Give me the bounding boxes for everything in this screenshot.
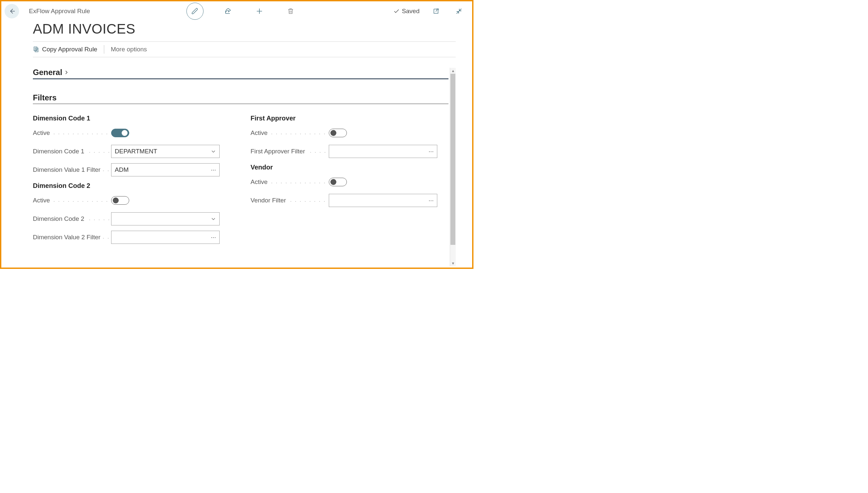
collapse-button[interactable]: [452, 5, 465, 18]
action-divider: [104, 45, 104, 53]
first-approver-filter-label: First Approver Filter: [251, 148, 329, 155]
copy-rule-action[interactable]: Copy Approval Rule: [33, 46, 97, 53]
new-button[interactable]: [253, 5, 266, 18]
chevron-down-icon: [211, 149, 216, 154]
vendor-group-title: Vendor: [251, 164, 449, 171]
filters-grid: Dimension Code 1 Active Dimension Code 1…: [33, 112, 449, 250]
share-button[interactable]: [222, 5, 235, 18]
vendor-active-toggle[interactable]: [329, 178, 347, 186]
dim2-active-row: Active: [33, 194, 231, 207]
first-approver-active-row: Active: [251, 127, 449, 139]
filters-label: Filters: [33, 93, 56, 102]
popout-icon: [432, 7, 440, 15]
collapse-icon: [455, 7, 463, 15]
dim1-active-row: Active: [33, 127, 231, 139]
dim2-group-title: Dimension Code 2: [33, 182, 231, 190]
dim2-active-label: Active: [33, 197, 111, 204]
page-header: ExFlow Approval Rule Saved: [1, 1, 472, 18]
first-approver-active-toggle[interactable]: [329, 129, 347, 137]
plus-icon: [255, 7, 264, 15]
share-icon: [224, 7, 232, 15]
dim1-filter-row: Dimension Value 1 Filter ADM ···: [33, 164, 231, 176]
pencil-icon: [191, 7, 199, 15]
ellipsis-icon: ···: [428, 148, 434, 155]
dim1-code-row: Dimension Code 1 DEPARTMENT: [33, 145, 231, 158]
breadcrumb: ExFlow Approval Rule: [29, 7, 90, 15]
filters-section-header[interactable]: Filters: [33, 93, 449, 104]
scrollbar-thumb[interactable]: [451, 74, 455, 245]
vendor-active-label: Active: [251, 178, 329, 186]
dim1-code-select[interactable]: DEPARTMENT: [111, 145, 220, 158]
first-approver-filter-row: First Approver Filter ···: [251, 145, 449, 158]
general-label: General: [33, 68, 62, 77]
filters-left-column: Dimension Code 1 Active Dimension Code 1…: [33, 112, 231, 250]
ellipsis-icon: ···: [211, 234, 216, 241]
scroll-down-arrow[interactable]: ▼: [450, 260, 456, 266]
dim1-code-label: Dimension Code 1: [33, 148, 111, 155]
filters-right-column: First Approver Active First Approver Fil…: [251, 112, 449, 250]
popout-button[interactable]: [429, 5, 442, 18]
first-approver-filter-input[interactable]: ···: [329, 145, 437, 158]
chevron-right-icon: [64, 70, 69, 75]
page-title: ADM INVOICES: [1, 18, 472, 40]
edit-button[interactable]: [186, 3, 204, 20]
copy-rule-label: Copy Approval Rule: [42, 46, 97, 53]
header-actions: [90, 3, 393, 20]
general-section-header[interactable]: General: [33, 68, 449, 79]
scroll-up-arrow[interactable]: ▲: [450, 68, 456, 74]
vendor-filter-row: Vendor Filter ···: [251, 194, 449, 207]
content-area: General Filters Dimension Code 1 Active …: [33, 68, 456, 266]
dim2-code-row: Dimension Code 2: [33, 213, 231, 225]
dim1-active-toggle[interactable]: [111, 129, 129, 137]
check-icon: [393, 8, 400, 15]
dim2-filter-label: Dimension Value 2 Filter: [33, 234, 111, 241]
dim1-active-label: Active: [33, 129, 111, 136]
dim1-filter-value: ADM: [115, 166, 129, 173]
first-approver-active-label: Active: [251, 129, 329, 136]
vendor-filter-label: Vendor Filter: [251, 197, 329, 204]
dim1-filter-label: Dimension Value 1 Filter: [33, 166, 111, 173]
dim1-code-value: DEPARTMENT: [115, 148, 157, 155]
vendor-filter-input[interactable]: ···: [329, 194, 437, 207]
copy-icon: [33, 46, 40, 53]
ellipsis-icon: ···: [211, 166, 216, 173]
action-bar: Copy Approval Rule More options: [33, 41, 456, 57]
dim2-filter-row: Dimension Value 2 Filter ···: [33, 231, 231, 243]
back-button[interactable]: [5, 4, 19, 18]
trash-icon: [287, 7, 294, 15]
more-options[interactable]: More options: [111, 46, 147, 53]
arrow-left-icon: [8, 7, 16, 15]
saved-indicator: Saved: [393, 7, 419, 15]
vertical-scrollbar[interactable]: ▲ ▼: [450, 68, 456, 266]
header-right: Saved: [393, 5, 465, 18]
saved-label: Saved: [402, 7, 419, 15]
first-approver-group-title: First Approver: [251, 114, 449, 122]
ellipsis-icon: ···: [428, 197, 434, 204]
vendor-active-row: Active: [251, 176, 449, 188]
dim1-filter-input[interactable]: ADM ···: [111, 163, 220, 176]
dim2-code-label: Dimension Code 2: [33, 215, 111, 222]
dim2-code-select[interactable]: [111, 212, 220, 226]
delete-button[interactable]: [284, 5, 297, 18]
chevron-down-icon: [211, 216, 216, 221]
dim2-active-toggle[interactable]: [111, 196, 129, 205]
dim1-group-title: Dimension Code 1: [33, 114, 231, 122]
dim2-filter-input[interactable]: ···: [111, 231, 220, 244]
svg-rect-0: [34, 47, 37, 51]
